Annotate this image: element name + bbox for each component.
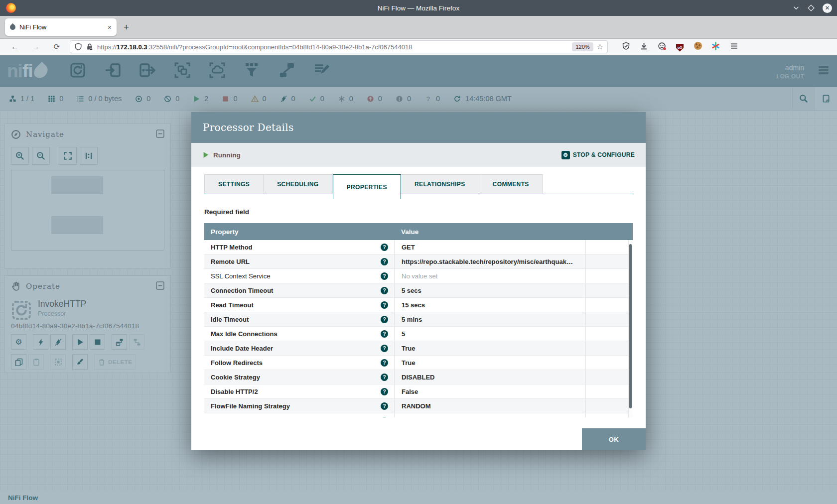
table-header: Property Value bbox=[204, 223, 633, 240]
window-titlebar: NiFi Flow — Mozilla Firefox ✕ bbox=[0, 0, 837, 16]
property-cell: Include Date Header? bbox=[204, 341, 394, 355]
tab-scheduling[interactable]: SCHEDULING bbox=[264, 174, 332, 194]
property-name: Remote URL bbox=[211, 258, 250, 265]
minimize-icon[interactable] bbox=[793, 4, 800, 11]
browser-tab[interactable]: NiFi Flow × bbox=[5, 18, 117, 36]
row-filler bbox=[585, 413, 633, 417]
dialog-header: Processor Details bbox=[191, 112, 646, 143]
help-icon[interactable]: ? bbox=[381, 287, 388, 294]
property-row: Remote URL?https://repo.stackable.tech/r… bbox=[204, 254, 633, 269]
property-row: Follow Redirects?True bbox=[204, 356, 633, 370]
property-cell: Follow Redirects? bbox=[204, 356, 394, 370]
property-column-header: Property bbox=[204, 228, 394, 236]
property-value: DISABLED bbox=[394, 370, 585, 384]
property-cell: FlowFile Naming Strategy? bbox=[204, 399, 394, 413]
property-cell: Cookie Strategy? bbox=[204, 370, 394, 384]
tab-settings[interactable]: SETTINGS bbox=[204, 174, 264, 194]
help-icon[interactable]: ? bbox=[381, 374, 388, 381]
property-cell: Remote URL? bbox=[204, 254, 394, 268]
row-filler bbox=[585, 312, 633, 326]
row-filler bbox=[585, 327, 633, 341]
processor-details-dialog: Processor Details Running ⚙ STOP & CONFI… bbox=[191, 112, 646, 450]
tab-properties[interactable]: PROPERTIES bbox=[333, 174, 401, 199]
property-cell: Request Username? bbox=[204, 413, 394, 417]
forward-button[interactable]: → bbox=[30, 42, 42, 51]
property-name: Include Date Header bbox=[211, 345, 273, 352]
tab-fill bbox=[543, 174, 633, 194]
lock-warning-icon[interactable] bbox=[86, 43, 94, 51]
extension-shield-check-button[interactable] bbox=[622, 42, 630, 52]
property-row: Include Date Header?True bbox=[204, 341, 633, 356]
running-status-icon bbox=[202, 151, 209, 158]
extension-ublock-button[interactable]: uO bbox=[676, 42, 684, 52]
property-value: RANDOM bbox=[394, 399, 585, 413]
close-icon[interactable]: ✕ bbox=[823, 3, 832, 13]
property-name: Follow Redirects bbox=[211, 359, 263, 367]
property-value: 5 secs bbox=[394, 283, 585, 297]
property-row: SSL Context Service?No value set bbox=[204, 269, 633, 283]
url-bar[interactable]: https://172.18.0.3:32558/nifi/?processGr… bbox=[70, 40, 608, 53]
property-value: 5 mins bbox=[394, 312, 585, 326]
maximize-icon[interactable] bbox=[808, 4, 815, 11]
row-filler bbox=[585, 269, 633, 283]
help-icon[interactable]: ? bbox=[381, 345, 388, 352]
row-filler bbox=[585, 384, 633, 398]
row-filler bbox=[585, 298, 633, 312]
row-filler bbox=[585, 240, 633, 254]
reload-button[interactable]: ⟳ bbox=[51, 42, 63, 51]
help-icon[interactable]: ? bbox=[381, 417, 388, 418]
help-icon[interactable]: ? bbox=[381, 388, 388, 395]
help-icon[interactable]: ? bbox=[381, 301, 388, 309]
browser-navbar: ← → ⟳ https://172.18.0.3:32558/nifi/?pro… bbox=[0, 39, 837, 55]
extension-download-button[interactable] bbox=[640, 42, 648, 52]
row-filler bbox=[585, 399, 633, 413]
property-row: FlowFile Naming Strategy?RANDOM bbox=[204, 399, 633, 413]
new-tab-button[interactable]: + bbox=[124, 22, 129, 33]
back-button[interactable]: ← bbox=[9, 42, 21, 51]
help-icon[interactable]: ? bbox=[381, 330, 388, 338]
table-scrollbar[interactable] bbox=[628, 240, 633, 417]
help-icon[interactable]: ? bbox=[381, 272, 388, 280]
tracking-shield-icon[interactable] bbox=[74, 43, 82, 51]
help-icon[interactable]: ? bbox=[381, 258, 388, 265]
zoom-level-badge[interactable]: 120% bbox=[572, 42, 593, 51]
required-field-note: Required field bbox=[204, 208, 633, 216]
dialog-status-bar: Running ⚙ STOP & CONFIGURE bbox=[191, 143, 646, 167]
extension-icons: uO bbox=[622, 42, 720, 52]
scrollbar-thumb[interactable] bbox=[629, 244, 632, 408]
browser-menu-button[interactable] bbox=[730, 42, 738, 52]
running-status-label: Running bbox=[213, 151, 241, 159]
property-row: Disable HTTP/2?False bbox=[204, 384, 633, 399]
help-icon[interactable]: ? bbox=[381, 316, 388, 323]
extension-containers-mask-button[interactable] bbox=[658, 42, 666, 52]
property-name: Connection Timeout bbox=[211, 287, 273, 294]
property-cell: SSL Context Service? bbox=[204, 269, 394, 283]
help-icon[interactable]: ? bbox=[381, 359, 388, 367]
property-row: Request Username?No value set bbox=[204, 413, 633, 417]
ok-button[interactable]: OK bbox=[582, 428, 646, 450]
property-row: Read Timeout?15 secs bbox=[204, 298, 633, 312]
tab-relationships[interactable]: RELATIONSHIPS bbox=[401, 174, 479, 194]
tab-close-icon[interactable]: × bbox=[108, 23, 112, 31]
property-value: No value set bbox=[394, 413, 585, 417]
row-filler bbox=[585, 283, 633, 297]
property-name: FlowFile Naming Strategy bbox=[211, 402, 290, 410]
help-icon[interactable]: ? bbox=[381, 402, 388, 410]
property-value: https://repo.stackable.tech/repository/m… bbox=[394, 254, 585, 268]
tab-comments[interactable]: COMMENTS bbox=[479, 174, 543, 194]
property-cell: HTTP Method? bbox=[204, 240, 394, 254]
property-name: HTTP Method bbox=[211, 244, 253, 251]
stop-and-configure-button[interactable]: ⚙ STOP & CONFIGURE bbox=[561, 151, 635, 159]
extension-cookie-button[interactable] bbox=[694, 42, 702, 52]
property-cell: Disable HTTP/2? bbox=[204, 384, 394, 398]
row-filler bbox=[585, 370, 633, 384]
help-icon[interactable]: ? bbox=[381, 244, 388, 251]
extension-colorful-asterisk-button[interactable] bbox=[711, 42, 720, 52]
stop-configure-icon: ⚙ bbox=[561, 151, 570, 159]
property-cell: Max Idle Connections? bbox=[204, 327, 394, 341]
property-name: Read Timeout bbox=[211, 301, 254, 309]
property-value: True bbox=[394, 341, 585, 355]
dialog-tabs: SETTINGSSCHEDULINGPROPERTIESRELATIONSHIP… bbox=[204, 174, 633, 199]
property-value: False bbox=[394, 384, 585, 398]
bookmark-star-icon[interactable]: ☆ bbox=[597, 42, 603, 51]
